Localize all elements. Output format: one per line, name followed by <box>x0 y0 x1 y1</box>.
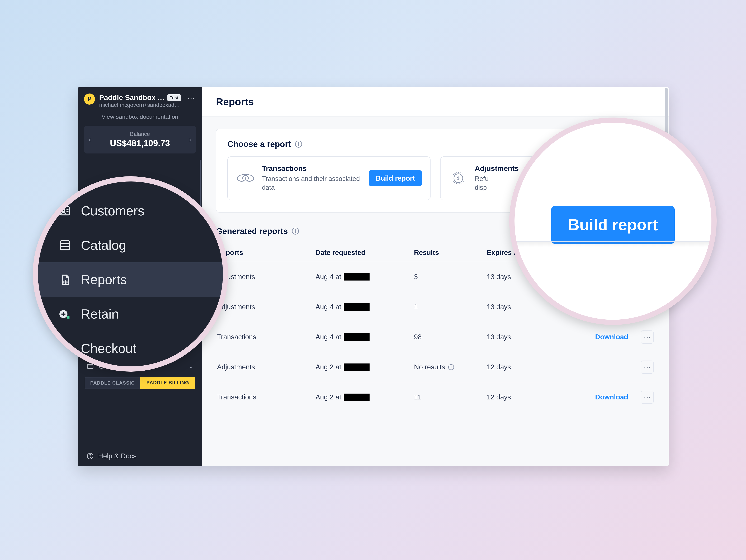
download-link[interactable]: Download <box>568 333 628 341</box>
toggle-billing[interactable]: PADDLE BILLING <box>140 377 195 389</box>
magnifier-build-report: Build report <box>509 117 717 325</box>
help-docs-link[interactable]: Help & Docs <box>78 446 202 466</box>
balance-next-button[interactable]: › <box>189 136 191 143</box>
choose-report-title: Choose a report <box>227 139 291 149</box>
build-report-button[interactable]: Build report <box>369 170 422 186</box>
redacted-time <box>344 363 370 371</box>
redacted-time <box>344 303 370 311</box>
cell-results: 3 <box>414 273 483 281</box>
sidebar-item-label: Catalog <box>81 237 126 253</box>
cell-report: Transactions <box>217 393 311 401</box>
account-email: michael.mcgovern+sandboxad… <box>99 102 182 108</box>
retain-icon <box>59 308 71 320</box>
account-menu-button[interactable]: ⋯ <box>186 93 196 102</box>
sidebar-item-retain[interactable]: Retain <box>38 297 223 331</box>
customers-icon <box>59 205 71 217</box>
sidebar-header: P Paddle Sandbox Ad… Test michael.mcgove… <box>78 87 202 112</box>
cell-expires: 12 days <box>487 363 564 371</box>
table-row: Adjustments Aug 2 at No results i 12 day… <box>216 352 655 382</box>
sidebar-header-texts: Paddle Sandbox Ad… Test michael.mcgovern… <box>99 93 182 108</box>
svg-rect-14 <box>60 241 69 250</box>
report-card-transactions: $ Transactions Transactions and their as… <box>227 157 431 200</box>
sidebar-item-label: Retain <box>81 306 119 321</box>
redacted-time <box>344 273 370 281</box>
toggle-classic[interactable]: PADDLE CLASSIC <box>85 377 140 389</box>
env-badge: Test <box>167 94 181 101</box>
transactions-icon: $ <box>236 170 255 186</box>
svg-point-11 <box>62 209 65 212</box>
cell-results: 98 <box>414 333 483 341</box>
cell-date: Aug 4 at <box>315 273 410 281</box>
download-link[interactable]: Download <box>568 393 628 401</box>
cell-report: Transactions <box>217 333 311 341</box>
adjustments-icon: $ <box>449 170 468 186</box>
col-date: Date requested <box>315 249 410 256</box>
page-title: Reports <box>216 96 655 108</box>
cell-report: Adjustments <box>217 363 311 371</box>
table-row: Transactions Aug 2 at 11 12 days Downloa… <box>216 382 655 412</box>
catalog-icon <box>59 239 71 251</box>
info-icon[interactable]: i <box>295 141 302 148</box>
sidebar-item-label: Customers <box>81 203 144 218</box>
app-name: Paddle Sandbox Ad… <box>99 93 165 102</box>
card-desc: Transactions and their associated data <box>262 174 362 192</box>
balance-label: Balance <box>110 131 170 137</box>
redacted-time <box>344 394 370 401</box>
sidebar-item-label: Checkout <box>81 341 136 356</box>
help-icon <box>86 452 94 460</box>
svg-text:$: $ <box>457 176 460 180</box>
info-icon[interactable]: i <box>292 228 299 234</box>
svg-rect-1 <box>87 364 93 368</box>
table-row: Transactions Aug 4 at 98 13 days Downloa… <box>216 322 655 352</box>
balance-prev-button[interactable]: ‹ <box>89 136 91 143</box>
col-reports: Reports <box>217 249 311 256</box>
cell-results: No results i <box>414 363 483 371</box>
main-header: Reports <box>202 87 669 116</box>
panel-shadow <box>515 242 712 247</box>
col-results: Results <box>414 249 483 256</box>
cell-report: Adjustments <box>217 303 311 311</box>
balance-amount: US$481,109.73 <box>110 138 170 148</box>
build-report-button-zoom[interactable]: Build report <box>551 206 675 244</box>
brand-logo: P <box>84 93 95 105</box>
card-title: Transactions <box>262 164 362 173</box>
balance-card: ‹ Balance US$481,109.73 › <box>84 125 196 153</box>
cell-expires: 12 days <box>487 393 564 401</box>
generated-reports-title: Generated reports <box>216 226 288 236</box>
cell-date: Aug 4 at <box>315 303 410 311</box>
row-menu-button[interactable]: ⋯ <box>641 331 654 344</box>
svg-rect-18 <box>67 316 69 318</box>
svg-text:$: $ <box>245 176 247 180</box>
row-menu-button[interactable]: ⋯ <box>641 391 654 404</box>
sidebar-item-reports[interactable]: Reports <box>38 262 223 297</box>
cell-results: 11 <box>414 393 483 401</box>
cell-date: Aug 2 at <box>315 393 410 401</box>
reports-icon <box>59 274 71 286</box>
info-icon[interactable]: i <box>448 364 454 370</box>
row-menu-button[interactable]: ⋯ <box>641 361 654 374</box>
checkout-icon <box>59 342 71 355</box>
cell-report: Adjustments <box>217 273 311 281</box>
redacted-time <box>344 333 370 341</box>
cell-date: Aug 2 at <box>315 363 410 371</box>
svg-rect-19 <box>60 344 69 353</box>
cell-results: 1 <box>414 303 483 311</box>
cell-expires: 13 days <box>487 333 564 341</box>
zoom-nav: Customers Catalog Reports Retain Checkou… <box>38 181 223 366</box>
sidebar-item-label: Reports <box>81 272 127 287</box>
chevron-down-icon: ⌄ <box>189 363 194 370</box>
magnifier-sidebar: Customers Catalog Reports Retain Checkou… <box>33 176 228 372</box>
cell-date: Aug 4 at <box>315 333 410 341</box>
sandbox-doc-link[interactable]: View sandbox documentation <box>78 112 202 125</box>
sidebar-item-catalog[interactable]: Catalog <box>38 228 223 262</box>
product-toggle: PADDLE CLASSIC PADDLE BILLING <box>85 377 195 389</box>
svg-point-4 <box>90 457 90 458</box>
help-docs-label: Help & Docs <box>98 452 137 460</box>
